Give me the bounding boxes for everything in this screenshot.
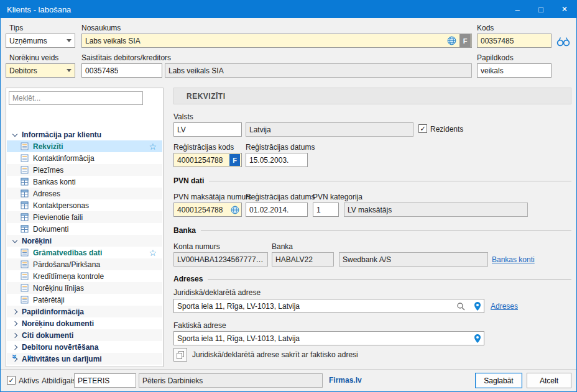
cancel-button[interactable]: Atcelt xyxy=(527,373,571,388)
banka-kods-field: HABALV22 xyxy=(272,252,334,267)
pvn-numurs-field[interactable]: 40001254788 xyxy=(173,203,242,217)
valsts-label: Valsts xyxy=(173,112,193,121)
sidebar-item-dokumenti[interactable]: Dokumenti xyxy=(7,223,162,235)
sidebar-group-norekini[interactable]: Norēķini xyxy=(7,235,162,247)
magnifier-icon[interactable] xyxy=(456,302,465,311)
reg-kods-value: 40001254788 xyxy=(177,156,223,165)
binoculars-lookup-icon[interactable] xyxy=(556,36,571,47)
juridiska-adrese-label: Juridiskā/deklarētā adrese xyxy=(173,288,261,297)
form-icon xyxy=(21,284,29,292)
kods-value: 00357485 xyxy=(481,37,514,45)
sidebar-item-rekviziti[interactable]: Rekvizīti ☆ xyxy=(7,140,162,152)
globe-icon[interactable] xyxy=(231,206,239,214)
sidebar-item-adreses[interactable]: Adreses xyxy=(7,188,162,199)
sidebar-item-pateretaji[interactable]: Patērētāji xyxy=(7,294,162,306)
form-icon xyxy=(21,248,29,257)
juridiska-adrese-value: Sporta iela 11, Rīga, LV-1013, Latvija xyxy=(177,302,300,311)
faktiska-adrese-field[interactable]: Sporta iela 11, Rīga, LV-1013, Latvija xyxy=(173,331,484,345)
window-title: Klients - labošana xyxy=(7,5,71,14)
banka-nosaukums-value: Swedbank A/S xyxy=(343,255,391,264)
chevron-down-icon xyxy=(67,39,72,42)
reg-datums-field[interactable]: 15.05.2003. xyxy=(246,153,308,167)
juridiska-adrese-field[interactable]: Sporta iela 11, Rīga, LV-1013, Latvija xyxy=(173,299,484,313)
pvn-numurs-label: PVN maksātāja numurs xyxy=(173,193,252,201)
sidebar-item-kreditlimena-kontrole[interactable]: Kredītlīmeņa kontrole xyxy=(7,270,162,282)
rezidents-checkbox[interactable]: ✓ xyxy=(418,124,427,133)
star-icon[interactable]: ☆ xyxy=(149,142,157,151)
faktiska-adrese-label: Faktiskā adrese xyxy=(173,321,226,330)
star-icon[interactable]: ☆ xyxy=(149,248,157,257)
collapse-panel-icon[interactable]: » xyxy=(27,352,32,362)
konta-numurs-field: LV00HABA1234567777777 xyxy=(173,252,268,267)
item-label: Piezīmes xyxy=(33,166,63,175)
navigation-sidebar: Informācija par klientu Rekvizīti ☆ Kont… xyxy=(6,88,164,367)
saistitais-nosaukums-field: Labs veikals SIA xyxy=(165,63,472,78)
pvn-kategorija-kods-field[interactable]: 1 xyxy=(313,203,339,217)
sidebar-item-piezimes[interactable]: Piezīmes xyxy=(7,164,162,176)
copy-address-button[interactable] xyxy=(173,348,187,362)
valsts-kods-value: LV xyxy=(177,125,186,134)
maximize-button[interactable]: □ xyxy=(529,1,553,18)
save-button[interactable]: Saglabāt xyxy=(475,373,522,388)
saistitais-kods-value: 00357485 xyxy=(85,66,118,75)
reg-kods-label: Reģistrācijas kods xyxy=(173,143,234,152)
group-label: Aktivitātes un darījumi xyxy=(22,355,102,363)
kods-label: Kods xyxy=(477,24,494,32)
kods-field[interactable]: 00357485 xyxy=(477,34,552,48)
pvn-datums-field[interactable]: 01.02.2014. xyxy=(246,203,308,217)
item-label: Kontaktinformācija xyxy=(33,154,95,163)
close-button[interactable]: × xyxy=(553,1,576,18)
sidebar-item-pardosana-pirksana[interactable]: Pārdošana/Pirkšana xyxy=(7,258,162,270)
sidebar-item-kontaktpersonas[interactable]: Kontaktpersonas xyxy=(7,199,162,211)
norekinu-veids-combobox[interactable]: Debitors xyxy=(6,63,75,78)
valsts-kods-field[interactable]: LV xyxy=(173,122,242,137)
atbildigais-kods-field[interactable]: PETERIS xyxy=(74,373,136,388)
adreses-section-title: Adreses xyxy=(173,275,203,283)
firmas-lv-brand[interactable]: Firmas.lv xyxy=(329,376,362,385)
sidebar-group-informacija-par-klientu[interactable]: Informācija par klientu xyxy=(7,129,162,140)
adreses-link[interactable]: Adreses xyxy=(491,302,518,311)
titlebar[interactable]: Klients - labošana – □ × xyxy=(1,1,576,18)
pvn-kategorija-nosaukums-field: LV maksātājs xyxy=(344,203,528,217)
nosaukums-field[interactable]: Labs veikals SIA F xyxy=(81,34,472,48)
form-icon xyxy=(21,154,29,162)
saistitais-kods-field[interactable]: 00357485 xyxy=(81,63,162,78)
sidebar-item-kontaktinformacija[interactable]: Kontaktinformācija xyxy=(7,152,162,164)
minimize-button[interactable]: – xyxy=(505,1,529,18)
navigation-tree: Informācija par klientu Rekvizīti ☆ Kont… xyxy=(6,108,163,344)
sidebar-group-citi-dokumenti[interactable]: Citi dokumenti xyxy=(7,329,162,341)
firmas-lookup-button[interactable]: F xyxy=(229,154,240,166)
tips-label: Tips xyxy=(9,24,23,32)
pvn-numurs-value: 40001254788 xyxy=(177,206,223,214)
globe-icon[interactable] xyxy=(447,36,456,45)
papildkods-field[interactable]: veikals xyxy=(477,63,552,78)
atbildigais-label: Atbildīgais xyxy=(42,376,76,385)
nosaukums-value: Labs veikals SIA xyxy=(85,37,141,45)
bankas-konti-link[interactable]: Bankas konti xyxy=(492,255,535,264)
group-label: Papildinformācija xyxy=(22,308,84,316)
sidebar-group-norekinu-dokumenti[interactable]: Norēķinu dokumenti xyxy=(7,317,162,329)
banka-label: Banka xyxy=(272,242,293,251)
sidebar-item-norekinu-linijas[interactable]: Norēķinu līnijas xyxy=(7,282,162,294)
formula-button[interactable]: F xyxy=(459,34,471,47)
tips-combobox[interactable]: Uzņēmums xyxy=(6,34,75,48)
footer-bar: ✓ Aktīvs Atbildīgais PETERIS Pēteris Dar… xyxy=(1,369,576,391)
map-pin-icon[interactable] xyxy=(474,301,481,311)
form-icon xyxy=(21,142,29,150)
pvn-section-header: PVN dati xyxy=(173,176,571,185)
sidebar-group-papildinformacija[interactable]: Papildinformācija xyxy=(7,306,162,317)
reg-kods-field[interactable]: 40001254788 F xyxy=(173,153,242,167)
expand-all-icon[interactable]: » xyxy=(10,354,20,359)
search-input[interactable] xyxy=(9,91,143,105)
item-label: Grāmatvedības dati xyxy=(33,248,102,257)
map-pin-icon[interactable] xyxy=(474,334,481,344)
aktivs-checkbox[interactable]: ✓ xyxy=(7,376,16,385)
chevron-right-icon xyxy=(12,332,17,337)
reg-datums-label: Reģistrācijas datums xyxy=(246,143,315,152)
atbildigais-kods-value: PETERIS xyxy=(78,376,109,385)
item-label: Norēķinu līnijas xyxy=(33,284,84,293)
sidebar-item-pievienotie-faili[interactable]: Pievienotie faili xyxy=(7,211,162,223)
chevron-right-icon xyxy=(12,309,17,314)
sidebar-item-gramatvedibas-dati[interactable]: Grāmatvedības dati ☆ xyxy=(7,247,162,258)
sidebar-item-bankas-konti[interactable]: Bankas konti xyxy=(7,176,162,188)
